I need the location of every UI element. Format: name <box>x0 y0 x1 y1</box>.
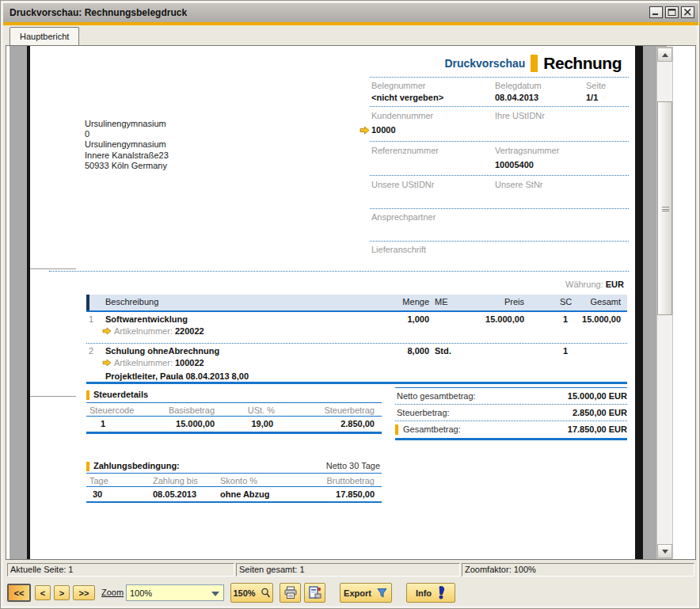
separator <box>370 141 629 142</box>
vertical-scrollbar[interactable] <box>656 47 673 559</box>
section-accent-bar <box>395 424 398 435</box>
separator <box>86 416 382 417</box>
page-margin-left <box>10 46 27 559</box>
print-preview-window: Druckvorschau: Rechnungsbelegdruck Haupt… <box>0 0 700 609</box>
separator <box>86 486 382 487</box>
separator <box>49 271 629 272</box>
scroll-down-icon <box>662 550 668 554</box>
info-label: Info <box>416 588 432 598</box>
field-label: Kundennummer <box>371 111 433 120</box>
item-qty: 8,000 <box>407 346 429 356</box>
section-title: Zahlungsbedingung: <box>93 461 180 470</box>
item-pos: 1 <box>89 314 93 324</box>
item-price: 15.000,00 <box>485 314 524 324</box>
document-type-title: Rechnung <box>543 54 622 73</box>
column-header: Menge <box>402 297 429 306</box>
column-header: USt. % <box>248 405 275 415</box>
last-page-button[interactable]: >> <box>73 585 95 600</box>
previous-page-button[interactable]: < <box>35 585 51 600</box>
zoom-150-label: 150% <box>233 588 255 598</box>
status-zoom-factor: Zoomfaktor: 100% <box>462 563 694 577</box>
field-label: Ihre UStIDNr <box>495 111 545 120</box>
column-header: Steuerbetrag <box>324 405 375 415</box>
section-title: Steuerdetails <box>93 390 148 399</box>
item-article-line: Artikelnummer: 220022 <box>102 326 204 336</box>
column-header: Beschreibung <box>105 297 158 306</box>
total-value: 17.850,00 EUR <box>568 424 627 434</box>
address-line: Ursulinengymnasium <box>85 139 169 150</box>
article-label: Artikelnummer: <box>114 326 173 336</box>
status-current-page: Aktuelle Seite: 1 <box>7 563 234 577</box>
zoom-150-button[interactable]: 150% <box>230 583 273 603</box>
total-label: Netto gesamtbetrag: <box>397 391 476 401</box>
document-header: Druckvorschau Rechnung <box>444 54 622 73</box>
funnel-icon <box>376 587 388 599</box>
tax-cell: 1 <box>101 419 105 428</box>
recipient-address: Ursulinengymnasium 0 Ursulinengymnasium … <box>85 119 169 171</box>
zoom-label: Zoom <box>101 588 124 597</box>
invoice-page: Druckvorschau Rechnung Belegnummer Beleg… <box>30 48 635 559</box>
separator <box>370 208 629 209</box>
field-label: Seite <box>586 81 606 90</box>
zoom-dropdown[interactable]: 100% <box>126 584 224 601</box>
maximize-icon <box>668 9 676 16</box>
item-qty: 1,000 <box>407 314 429 324</box>
payment-cell: 17.850,00 <box>336 489 375 499</box>
close-icon <box>683 9 692 16</box>
payment-section: Zahlungsbedingung: Netto 30 Tage Tage Za… <box>86 461 382 505</box>
field-value: 10000 <box>371 125 396 135</box>
minimize-button[interactable] <box>649 6 663 18</box>
print-layout-button[interactable] <box>304 583 325 603</box>
total-label: Gesamtbetrag: <box>403 424 461 434</box>
tab-label: Hauptbericht <box>20 32 69 41</box>
window-title: Druckvorschau: Rechnungsbelegdruck <box>3 7 187 18</box>
scroll-up-button[interactable] <box>657 48 672 62</box>
tab-hauptbericht[interactable]: Hauptbericht <box>10 27 79 45</box>
field-label: Belegnummer <box>371 81 425 90</box>
next-page-button[interactable]: > <box>54 585 70 600</box>
scrollbar-thumb[interactable] <box>657 101 672 315</box>
item-sc: 1 <box>563 314 568 324</box>
first-page-button[interactable]: << <box>7 584 31 602</box>
items-table-header: Beschreibung Menge ME Preis SC Gesamt <box>86 295 627 310</box>
separator <box>86 402 382 403</box>
payment-cell: 08.05.2013 <box>153 489 196 499</box>
separator <box>395 387 627 388</box>
separator <box>395 438 627 440</box>
first-page-label: << <box>14 588 25 598</box>
separator <box>395 404 627 405</box>
maximize-button[interactable] <box>665 6 679 18</box>
last-page-label: >> <box>79 588 89 598</box>
tax-cell: 19,00 <box>251 419 273 428</box>
info-icon <box>436 586 446 599</box>
currency-value: EUR <box>606 280 624 289</box>
separator <box>370 241 629 242</box>
scrollbar-grip <box>662 207 669 211</box>
print-layout-icon <box>308 586 321 599</box>
fold-mark <box>30 268 76 269</box>
scroll-down-button[interactable] <box>657 544 672 558</box>
preview-viewer: Druckvorschau Rechnung Belegnummer Beleg… <box>6 45 696 560</box>
minimize-icon <box>652 9 660 16</box>
close-button[interactable] <box>681 6 694 18</box>
payment-cell: ohne Abzug <box>220 489 270 499</box>
link-arrow-icon <box>102 359 112 367</box>
column-header: Zahlung bis <box>153 476 198 485</box>
field-value: <nicht vergeben> <box>371 93 443 102</box>
separator <box>86 432 382 434</box>
magnifier-icon <box>261 588 271 599</box>
item-note: Projektleiter, Paula 08.04.2013 8,00 <box>105 371 249 381</box>
preview-watermark: Druckvorschau <box>444 57 525 70</box>
total-label: Steuerbetrag: <box>397 408 450 417</box>
print-button[interactable] <box>280 583 301 603</box>
tab-bar: Hauptbericht <box>3 25 698 45</box>
info-button[interactable]: Info <box>406 583 455 603</box>
next-page-label: > <box>59 588 64 598</box>
title-bar: Druckvorschau: Rechnungsbelegdruck <box>3 3 698 22</box>
section-accent-bar <box>86 462 89 471</box>
address-line: Ursulinengymnasium <box>85 119 169 129</box>
separator <box>370 106 629 107</box>
separator <box>370 77 629 78</box>
column-header: SC <box>560 297 572 306</box>
export-button[interactable]: Export <box>340 583 392 603</box>
